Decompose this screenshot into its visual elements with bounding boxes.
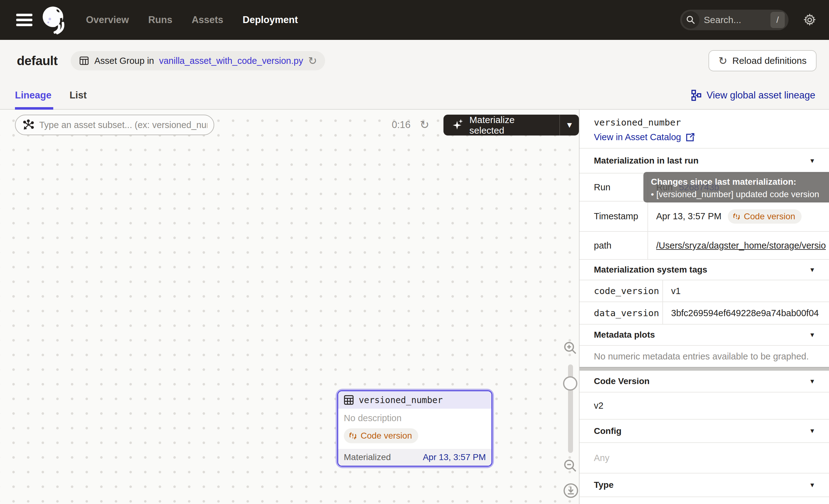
asset-node-name: versioned_number bbox=[359, 395, 443, 405]
chevron-down-icon[interactable]: ▼ bbox=[809, 266, 815, 274]
asset-node-versioned-number[interactable]: versioned_number No description Code ver… bbox=[336, 389, 494, 468]
asset-node-header: versioned_number bbox=[338, 391, 492, 409]
tag-row: data_version 3bfc269594ef649228e9a74bab0… bbox=[580, 301, 829, 324]
code-version-value: v2 bbox=[580, 392, 829, 419]
asset-subset-input[interactable] bbox=[39, 120, 207, 130]
search-icon bbox=[682, 11, 699, 29]
chevron-down-icon[interactable]: ▼ bbox=[809, 481, 815, 489]
table-icon bbox=[343, 394, 354, 405]
tooltip-title: Changes since last materialization: bbox=[651, 176, 829, 188]
tag-value: 3bfc269594ef649228e9a74bab00f04 bbox=[663, 302, 829, 324]
zoom-out-icon[interactable] bbox=[563, 458, 579, 474]
view-in-asset-catalog-link[interactable]: View in Asset Catalog bbox=[594, 132, 815, 142]
search-shortcut-key: / bbox=[770, 12, 785, 28]
asset-group-breadcrumb: Asset Group in vanilla_asset_with_code_v… bbox=[71, 51, 325, 70]
refresh-countdown: 0:16 bbox=[392, 115, 410, 135]
refresh-icon: ↻ bbox=[718, 56, 727, 66]
global-search[interactable]: / bbox=[680, 10, 789, 30]
materialize-selected-button[interactable]: Materialize selected ▼ bbox=[443, 115, 579, 136]
asset-detail-sidebar: versioned_number View in Asset Catalog M… bbox=[580, 110, 829, 504]
code-version-badge: Code version bbox=[344, 428, 418, 443]
chevron-down-icon[interactable]: ▼ bbox=[809, 331, 815, 338]
panel-resize-divider[interactable] bbox=[580, 367, 829, 371]
tag-value: v1 bbox=[663, 280, 829, 301]
run-label: Run bbox=[580, 174, 648, 201]
settings-gear-icon[interactable] bbox=[803, 13, 817, 27]
section-metadata-plots[interactable]: Metadata plots▼ bbox=[580, 324, 829, 345]
zoom-slider[interactable] bbox=[568, 364, 573, 453]
tab-row: Lineage List View global asset lineage bbox=[0, 82, 829, 110]
timestamp-label: Timestamp bbox=[580, 202, 648, 231]
section-type[interactable]: Type▼ bbox=[580, 473, 829, 497]
tooltip-item: • [versioned_number] updated code versio… bbox=[651, 188, 829, 201]
asset-group-prefix: Asset Group in bbox=[94, 56, 154, 66]
config-value: Any bbox=[580, 442, 829, 473]
code-version-changed-icon bbox=[348, 431, 358, 440]
zoom-in-icon[interactable] bbox=[563, 340, 579, 356]
changes-since-materialization-tooltip: Changes since last materialization: • [v… bbox=[643, 172, 829, 203]
nav-runs[interactable]: Runs bbox=[148, 14, 173, 26]
metadata-plots-empty-text: No numeric metadata entries available to… bbox=[580, 345, 829, 367]
sparkle-icon bbox=[452, 118, 464, 132]
search-input[interactable] bbox=[704, 15, 766, 25]
tag-key: code_version bbox=[580, 280, 663, 301]
page-title: default bbox=[17, 53, 58, 68]
top-nav: Overview Runs Assets Deployment / bbox=[0, 0, 829, 40]
asset-node-description: No description bbox=[344, 413, 486, 423]
code-version-badge: Code version bbox=[728, 209, 802, 224]
path-value-link[interactable]: /Users/sryza/dagster_home/storage/versio bbox=[656, 241, 826, 251]
page-header: default Asset Group in vanilla_asset_wit… bbox=[0, 40, 829, 82]
lineage-graph-icon bbox=[691, 89, 701, 101]
asset-graph-canvas[interactable]: 0:16 ↻ Materialize selected ▼ versioned bbox=[0, 110, 580, 504]
zoom-slider-handle[interactable] bbox=[563, 376, 577, 391]
tag-row: code_version v1 bbox=[580, 280, 829, 301]
dagster-logo-icon[interactable] bbox=[40, 5, 67, 35]
path-row: path /Users/sryza/dagster_home/storage/v… bbox=[580, 231, 829, 259]
chevron-down-icon[interactable]: ▼ bbox=[809, 378, 815, 385]
tab-list[interactable]: List bbox=[69, 82, 86, 109]
chevron-down-icon[interactable]: ▼ bbox=[809, 157, 815, 165]
code-version-changed-icon bbox=[732, 212, 741, 221]
asset-graph-filter-icon bbox=[23, 119, 34, 131]
section-code-version[interactable]: Code Version▼ bbox=[580, 371, 829, 392]
reload-definitions-button[interactable]: ↻ Reload definitions bbox=[709, 50, 817, 71]
hamburger-menu-icon[interactable] bbox=[16, 14, 32, 26]
asset-subset-filter[interactable] bbox=[15, 115, 214, 135]
dagster-app: Overview Runs Assets Deployment / defaul… bbox=[0, 0, 829, 504]
nav-overview[interactable]: Overview bbox=[86, 14, 129, 26]
materialized-label: Materialized bbox=[344, 452, 391, 462]
sidebar-asset-name: versioned_number bbox=[594, 117, 815, 128]
section-system-tags[interactable]: Materialization system tags▼ bbox=[580, 259, 829, 280]
asset-group-file-link[interactable]: vanilla_asset_with_code_version.py bbox=[159, 56, 303, 66]
timestamp-row: Timestamp Apr 13, 3:57 PM Code version bbox=[580, 201, 829, 231]
path-label: path bbox=[580, 232, 648, 259]
materialize-options-caret[interactable]: ▼ bbox=[560, 120, 579, 130]
reload-location-icon[interactable]: ↻ bbox=[308, 56, 317, 66]
nav-deployment[interactable]: Deployment bbox=[243, 14, 298, 26]
download-image-icon[interactable] bbox=[563, 482, 579, 499]
table-icon bbox=[79, 56, 89, 66]
tab-lineage[interactable]: Lineage bbox=[15, 82, 51, 109]
external-link-icon bbox=[685, 133, 695, 142]
view-global-asset-lineage-link[interactable]: View global asset lineage bbox=[691, 89, 815, 101]
tag-key: data_version bbox=[580, 302, 663, 324]
timestamp-value: Apr 13, 3:57 PM bbox=[656, 211, 722, 221]
materialized-time-link[interactable]: Apr 13, 3:57 PM bbox=[423, 452, 486, 462]
section-materialization-last-run[interactable]: Materialization in last run▼ bbox=[580, 148, 829, 173]
nav-assets[interactable]: Assets bbox=[191, 14, 223, 26]
chevron-down-icon[interactable]: ▼ bbox=[809, 427, 815, 435]
section-config[interactable]: Config▼ bbox=[580, 419, 829, 442]
primary-nav: Overview Runs Assets Deployment bbox=[86, 14, 298, 26]
asset-node-status-bar: Materialized Apr 13, 3:57 PM bbox=[338, 449, 492, 466]
graph-refresh-icon[interactable]: ↻ bbox=[420, 115, 429, 135]
